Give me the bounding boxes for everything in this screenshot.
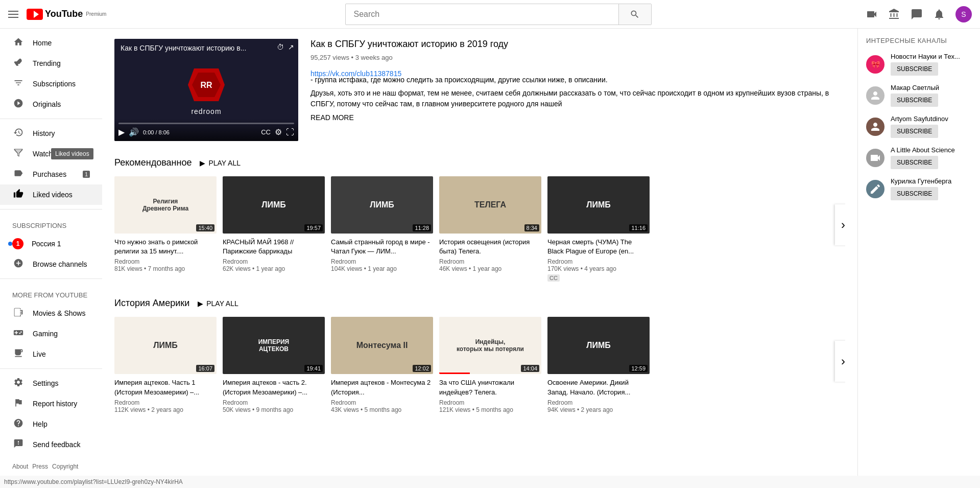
video-thumbnail: ЛИМБ 11:16 xyxy=(547,176,650,234)
video-duration: 14:04 xyxy=(521,365,539,372)
video-duration: 11:28 xyxy=(413,224,431,231)
sidebar-item-settings[interactable]: Settings xyxy=(0,373,102,393)
channel-item-3: Artyom Sayfutdinov SUBSCRIBE xyxy=(866,115,972,138)
america-section: История Америки ▶ PLAY ALL ЛИМБ 16:07 xyxy=(114,298,845,413)
volume-button[interactable]: 🔊 xyxy=(129,127,139,137)
video-duration: 12:02 xyxy=(413,365,431,372)
create-video-icon[interactable] xyxy=(866,8,878,20)
progress-bar[interactable] xyxy=(118,123,294,124)
carousel-next-button[interactable]: › xyxy=(835,204,845,245)
search-button[interactable] xyxy=(618,4,651,25)
home-icon xyxy=(12,37,25,50)
subscribe-button-2[interactable]: SUBSCRIBE xyxy=(891,94,938,107)
video-card[interactable]: Монтесума II 12:02 Империя ацтеков - Мон… xyxy=(331,317,433,413)
help-icon xyxy=(12,418,25,431)
sidebar-item-report-history[interactable]: Report history xyxy=(0,393,102,414)
channel-avatar-1: 🎀 xyxy=(866,55,885,74)
subtitles-button[interactable]: CC xyxy=(261,128,271,136)
carousel-next-button[interactable]: › xyxy=(835,341,845,382)
sidebar-item-originals[interactable]: Originals xyxy=(0,94,102,114)
subscriptions-label: SUBSCRIPTIONS xyxy=(0,214,102,234)
sidebar-item-help[interactable]: Help xyxy=(0,414,102,434)
video-title: История освещения (история быта) Телега. xyxy=(439,238,541,256)
sidebar-item-watch-later[interactable]: Watch later Liked videos xyxy=(0,144,102,164)
sidebar-divider-3 xyxy=(0,278,102,279)
footer-press[interactable]: Press xyxy=(32,463,48,470)
sidebar-item-purchases[interactable]: Purchases 1 xyxy=(0,164,102,184)
subscribe-button-1[interactable]: SUBSCRIBE xyxy=(891,62,938,76)
video-channel: Redroom xyxy=(439,399,541,406)
sidebar-item-label: Home xyxy=(33,39,52,47)
play-all-button[interactable]: ▶ PLAY ALL xyxy=(200,159,241,167)
gaming-icon xyxy=(12,328,25,340)
video-card[interactable]: ТЕЛЕГА 8:34 История освещения (история б… xyxy=(439,176,541,282)
sidebar-item-subscriptions[interactable]: Subscriptions xyxy=(0,74,102,94)
header: YouTube Premium S xyxy=(0,0,980,29)
subscribe-button-3[interactable]: SUBSCRIBE xyxy=(891,125,938,138)
featured-meta: 95,257 views • 3 weeks ago xyxy=(310,54,845,61)
video-title: Освоение Америки. Дикий Запад. Начало. (… xyxy=(547,378,650,397)
upload-time: 3 weeks ago xyxy=(355,54,393,61)
avatar[interactable]: S xyxy=(955,6,972,22)
sidebar-item-russia1[interactable]: 1 Россия 1 xyxy=(0,234,102,254)
video-title: Что нужно знать о римской религии за 15 … xyxy=(114,238,217,256)
sidebar-item-liked-videos[interactable]: Liked videos xyxy=(0,184,102,205)
subscribe-button-5[interactable]: SUBSCRIBE xyxy=(891,187,938,200)
new-content-dot xyxy=(8,242,12,246)
video-card[interactable]: ЛИМБ 16:07 Империя ацтеков. Часть 1 (Ист… xyxy=(114,317,217,413)
video-meta: 62K views • 1 year ago xyxy=(223,265,325,272)
sidebar-item-gaming[interactable]: Gaming xyxy=(0,323,102,344)
video-duration: 15:40 xyxy=(196,224,214,231)
messages-icon[interactable] xyxy=(911,8,923,20)
play-all-button-2[interactable]: ▶ PLAY ALL xyxy=(198,299,238,308)
player-area[interactable]: RR redroom ⏱ ↗ Как в СПБГУ уничтожают ис… xyxy=(114,39,298,141)
video-card[interactable]: ЛИМБ 12:59 Освоение Америки. Дикий Запад… xyxy=(547,317,650,413)
feedback-icon xyxy=(12,438,25,451)
play-button[interactable]: ▶ xyxy=(118,127,125,137)
video-channel: Redroom xyxy=(114,399,217,406)
channel-avatar-2 xyxy=(866,86,885,105)
video-meta: 104K views • 1 year ago xyxy=(331,265,433,272)
video-card[interactable]: ИМПЕРИЯАЦТЕКОВ 19:41 Империя ацтеков - ч… xyxy=(223,317,325,413)
sidebar-item-live[interactable]: Live xyxy=(0,344,102,364)
fullscreen-button[interactable]: ⛶ xyxy=(286,128,294,137)
share-icon[interactable]: ↗ xyxy=(288,43,294,51)
video-thumbnail: ЛИМБ 16:07 xyxy=(114,317,217,374)
sidebar-item-browse-channels[interactable]: Browse channels xyxy=(0,254,102,274)
notifications-icon[interactable] xyxy=(933,8,945,20)
sidebar-item-label: Subscriptions xyxy=(33,80,76,88)
logo[interactable]: YouTube Premium xyxy=(27,9,106,20)
sidebar-item-label: Live xyxy=(33,350,46,358)
sidebar-item-label: Watch later xyxy=(33,150,68,158)
settings-player-button[interactable]: ⚙ xyxy=(275,127,282,137)
sidebar-divider-4 xyxy=(0,368,102,369)
sidebar-item-label: Settings xyxy=(33,379,59,387)
footer-about[interactable]: About xyxy=(12,463,28,470)
footer-copyright[interactable]: Copyright xyxy=(52,463,78,470)
view-count: 95,257 views xyxy=(310,54,349,61)
video-title: Империя ацтеков - Монтесума 2 (История..… xyxy=(331,378,433,397)
featured-info: Как в СПБГУ уничтожают историю в 2019 го… xyxy=(310,39,845,141)
sidebar-item-history[interactable]: History xyxy=(0,123,102,144)
sidebar-item-trending[interactable]: Trending xyxy=(0,53,102,74)
video-card[interactable]: Индейцы,которых мы потеряли 14:04 За что… xyxy=(439,317,541,413)
sidebar-item-send-feedback[interactable]: Send feedback xyxy=(0,434,102,455)
russia1-avatar: 1 xyxy=(12,238,23,249)
sidebar-item-label: Send feedback xyxy=(33,440,80,449)
video-card[interactable]: ЛИМБ 11:28 Самый странный город в мире -… xyxy=(331,176,433,282)
video-card[interactable]: РелигияДревнего Рима 15:40 Что нужно зна… xyxy=(114,176,217,282)
video-card[interactable]: ЛИМБ 19:57 КРАСНЫЙ МАЙ 1968 // Парижские… xyxy=(223,176,325,282)
video-card[interactable]: ЛИМБ 11:16 Черная смерть (ЧУМА) The Blac… xyxy=(547,176,650,282)
apps-icon[interactable] xyxy=(888,8,900,20)
menu-button[interactable] xyxy=(8,11,18,18)
subscribe-button-4[interactable]: SUBSCRIBE xyxy=(891,156,938,169)
watch-later-player-icon[interactable]: ⏱ xyxy=(277,43,284,51)
sidebar-item-home[interactable]: Home xyxy=(0,33,102,53)
video-channel: Redroom xyxy=(547,399,650,406)
svg-text:RR: RR xyxy=(200,81,212,89)
channel-name-2: Макар Светлый xyxy=(891,84,972,91)
read-more-button[interactable]: READ MORE xyxy=(310,113,845,122)
controls-row: ▶ 🔊 0:00 / 8:06 CC ⚙ ⛶ xyxy=(118,127,294,137)
sidebar-item-movies[interactable]: Movies & Shows xyxy=(0,303,102,323)
search-input[interactable] xyxy=(346,6,618,23)
